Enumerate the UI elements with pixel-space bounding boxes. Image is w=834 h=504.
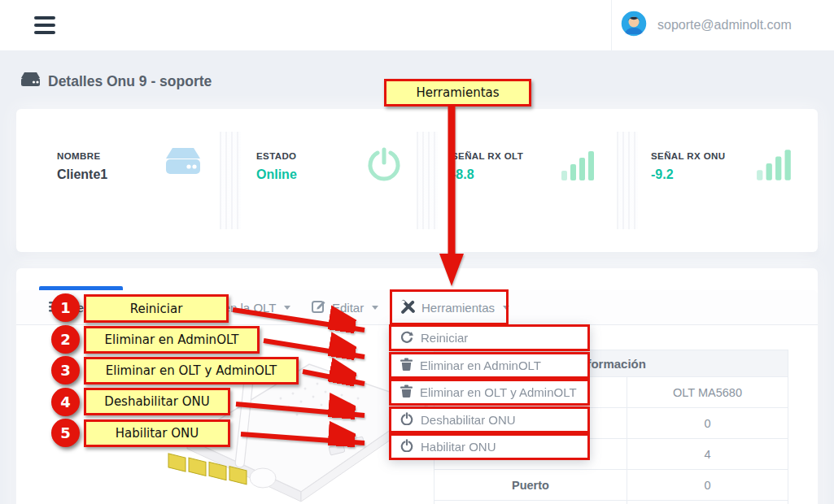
- stat-value: -9.2: [651, 167, 726, 182]
- annotation-label: Habilitar ONU: [116, 426, 199, 441]
- menu-item-label: Reiniciar: [421, 331, 468, 345]
- annotation-callout-reiniciar: Reiniciar: [84, 294, 229, 323]
- annotation-number-1: 1: [51, 293, 80, 322]
- annotation-callout-eliminar-olt-adminolt: Eliminar en OLT y AdminOLT: [84, 357, 299, 385]
- annotation-callout-deshabilitar-onu: Deshabilitar ONU: [84, 388, 230, 415]
- stat-value: Online: [256, 167, 297, 182]
- stat-estado: ESTADO Online: [256, 151, 297, 182]
- menu-item-habilitar-onu[interactable]: Habilitar ONU: [389, 433, 590, 460]
- power-icon: [365, 145, 404, 187]
- stat-senal-rx-onu: SEÑAL RX ONU -9.2: [651, 151, 726, 182]
- stat-label: SEÑAL RX ONU: [651, 151, 726, 161]
- power-icon: [400, 439, 413, 454]
- user-account-menu[interactable]: soporte@adminolt.com: [620, 10, 792, 41]
- annotation-number-3: 3: [51, 356, 80, 385]
- menu-item-reiniciar[interactable]: Reiniciar: [389, 324, 590, 351]
- annotation-label: Eliminar en AdminOLT: [105, 332, 239, 347]
- user-email: soporte@adminolt.com: [657, 18, 792, 33]
- stat-label: NOMBRE: [57, 151, 107, 161]
- tab-label: Editar: [332, 301, 364, 315]
- user-avatar: [620, 10, 648, 41]
- signal-bars-icon: [560, 148, 597, 187]
- menu-item-eliminar-olt-adminolt[interactable]: Eliminar en OLT y AdminOLT: [389, 379, 590, 406]
- table-row: [434, 501, 788, 504]
- annotation-label: Herramientas: [416, 85, 499, 100]
- annotation-number-2: 2: [51, 325, 80, 354]
- annotation-number-5: 5: [51, 419, 80, 447]
- navbar-divider: [611, 0, 612, 50]
- stat-value: Cliente1: [57, 167, 107, 182]
- divider: [220, 132, 241, 229]
- refresh-icon: [400, 330, 413, 345]
- power-icon: [400, 412, 413, 428]
- annotation-label: Deshabilitar ONU: [104, 394, 209, 409]
- annotation-tooltip-herramientas: Herramientas: [384, 79, 531, 106]
- stat-label: ESTADO: [256, 151, 297, 161]
- chevron-down-icon: [284, 306, 290, 310]
- tab-editar[interactable]: Editar: [312, 290, 378, 324]
- edit-icon: [312, 299, 325, 315]
- annotation-callout-habilitar-onu: Habilitar ONU: [84, 419, 230, 447]
- annotation-number-4: 4: [51, 388, 80, 416]
- divider: [417, 132, 438, 229]
- menu-item-eliminar-adminolt[interactable]: Eliminar en AdminOLT: [389, 352, 590, 379]
- onu-status-card: NOMBRE Cliente1 ESTADO Online SEÑAL RX O…: [16, 109, 818, 252]
- page-title: Detalles Onu 9 - soporte: [48, 73, 212, 90]
- divider: [617, 132, 638, 229]
- active-tab-indicator: [39, 286, 123, 290]
- annotation-label: Eliminar en OLT y AdminOLT: [106, 363, 277, 378]
- trash-icon: [400, 358, 413, 373]
- onu-device-icon: [20, 72, 41, 91]
- menu-item-label: Habilitar ONU: [421, 440, 496, 454]
- menu-item-deshabilitar-onu[interactable]: Deshabilitar ONU: [389, 406, 590, 433]
- stat-nombre: NOMBRE Cliente1: [57, 151, 107, 182]
- chevron-down-icon: [372, 306, 378, 310]
- top-navbar: soporte@adminolt.com: [0, 0, 834, 50]
- menu-item-label: Eliminar en AdminOLT: [420, 358, 541, 372]
- page-header: Detalles Onu 9 - soporte: [20, 72, 212, 91]
- router-icon: [164, 146, 202, 180]
- stat-label: SEÑAL RX OLT: [452, 151, 523, 161]
- hamburger-menu-icon[interactable]: [34, 16, 55, 34]
- herramientas-dropdown-menu: Reiniciar Eliminar en AdminOLT Eliminar …: [389, 324, 590, 460]
- annotation-callout-eliminar-adminolt: Eliminar en AdminOLT: [84, 326, 260, 354]
- table-row: Puerto0: [434, 470, 788, 501]
- menu-item-label: Deshabilitar ONU: [421, 413, 516, 427]
- trash-icon: [400, 385, 413, 400]
- annotation-label: Reiniciar: [130, 302, 183, 316]
- menu-item-label: Eliminar en OLT y AdminOLT: [420, 385, 577, 399]
- signal-bars-icon: [755, 146, 794, 187]
- stat-senal-rx-olt: SEÑAL RX OLT -8.8: [452, 151, 523, 182]
- stat-value: -8.8: [452, 167, 523, 182]
- annotation-box-herramientas-button: [390, 289, 509, 325]
